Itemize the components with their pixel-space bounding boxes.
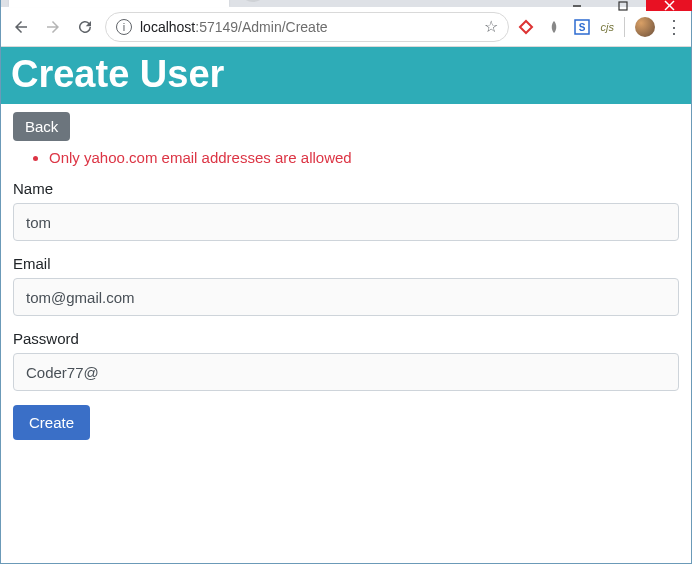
validation-error-item: Only yahoo.com email addresses are allow… (49, 149, 679, 166)
browser-tab[interactable]: Users × (9, 0, 229, 7)
extension-icon-cjs[interactable]: cjs (601, 18, 614, 36)
name-field[interactable] (13, 203, 679, 241)
site-info-icon[interactable]: i (116, 19, 132, 35)
page-title: Create User (1, 47, 691, 104)
bookmark-star-icon[interactable]: ☆ (484, 17, 498, 36)
email-label: Email (13, 255, 679, 272)
svg-text:S: S (578, 22, 585, 33)
form-group-name: Name (13, 180, 679, 241)
back-button[interactable]: Back (13, 112, 70, 141)
separator (624, 17, 625, 37)
extension-icon-3[interactable]: S (573, 18, 591, 36)
validation-errors: Only yahoo.com email addresses are allow… (49, 149, 679, 166)
email-field[interactable] (13, 278, 679, 316)
page-content: Back Only yahoo.com email addresses are … (1, 104, 691, 448)
extension-icon-1[interactable] (517, 18, 535, 36)
url-text: localhost:57149/Admin/Create (140, 19, 328, 35)
extensions-area: S cjs ⋮ (517, 16, 683, 38)
password-label: Password (13, 330, 679, 347)
name-label: Name (13, 180, 679, 197)
window-controls (554, 0, 692, 11)
reload-icon[interactable] (73, 15, 97, 39)
minimize-button[interactable] (554, 0, 600, 11)
browser-menu-icon[interactable]: ⋮ (665, 16, 683, 38)
create-button[interactable]: Create (13, 405, 90, 440)
form-group-password: Password (13, 330, 679, 391)
svg-rect-1 (619, 2, 627, 10)
password-field[interactable] (13, 353, 679, 391)
page-viewport: Create User Back Only yahoo.com email ad… (1, 47, 691, 563)
browser-toolbar: i localhost:57149/Admin/Create ☆ S cjs ⋮ (1, 7, 691, 47)
extension-icon-2[interactable] (545, 18, 563, 36)
close-button[interactable] (646, 0, 692, 11)
browser-window: Users × + i localhost:57149/Admin/Create… (0, 0, 692, 564)
forward-icon[interactable] (41, 15, 65, 39)
maximize-button[interactable] (600, 0, 646, 11)
new-tab-button[interactable]: + (239, 0, 267, 2)
profile-avatar[interactable] (635, 17, 655, 37)
address-bar[interactable]: i localhost:57149/Admin/Create ☆ (105, 12, 509, 42)
back-icon[interactable] (9, 15, 33, 39)
svg-marker-4 (520, 21, 532, 33)
form-group-email: Email (13, 255, 679, 316)
